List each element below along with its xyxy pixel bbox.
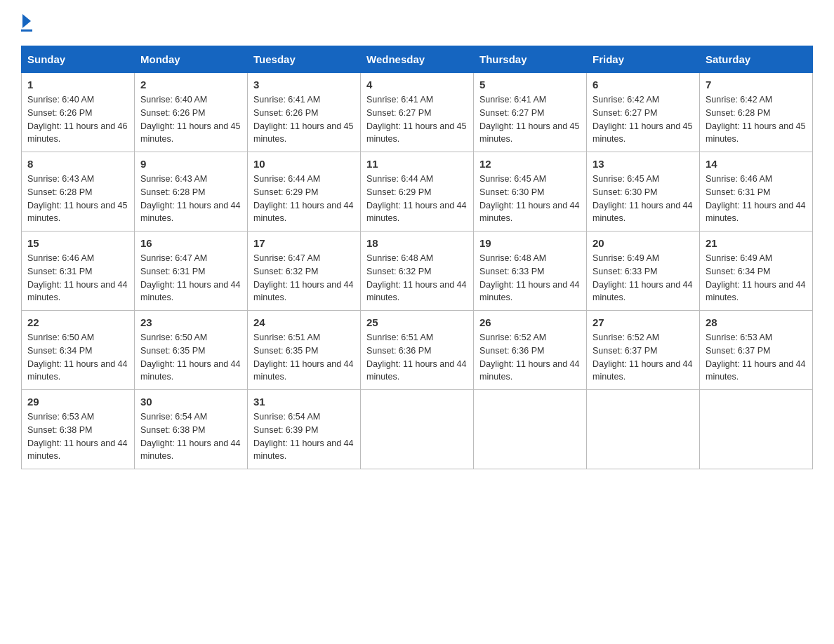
calendar-cell: 10Sunrise: 6:44 AMSunset: 6:29 PMDayligh… <box>248 152 361 232</box>
day-info: Sunrise: 6:52 AMSunset: 6:37 PMDaylight:… <box>593 331 694 384</box>
logo-underline <box>21 29 32 32</box>
day-number: 19 <box>479 237 581 249</box>
calendar-cell: 23Sunrise: 6:50 AMSunset: 6:35 PMDayligh… <box>135 311 248 390</box>
page-header <box>21 14 813 32</box>
day-number: 16 <box>140 237 241 249</box>
day-number: 27 <box>593 316 694 328</box>
calendar-cell: 5Sunrise: 6:41 AMSunset: 6:27 PMDaylight… <box>474 73 587 152</box>
day-info: Sunrise: 6:44 AMSunset: 6:29 PMDaylight:… <box>253 173 355 225</box>
day-number: 26 <box>479 316 581 328</box>
calendar-cell: 15Sunrise: 6:46 AMSunset: 6:31 PMDayligh… <box>22 232 135 311</box>
calendar-cell: 12Sunrise: 6:45 AMSunset: 6:30 PMDayligh… <box>474 152 587 232</box>
day-number: 8 <box>27 158 128 170</box>
calendar-cell: 20Sunrise: 6:49 AMSunset: 6:33 PMDayligh… <box>587 232 700 311</box>
header-cell-monday: Monday <box>135 46 248 73</box>
header-row: SundayMondayTuesdayWednesdayThursdayFrid… <box>22 46 813 73</box>
header-cell-tuesday: Tuesday <box>248 46 361 73</box>
calendar-cell: 7Sunrise: 6:42 AMSunset: 6:28 PMDaylight… <box>700 73 813 152</box>
day-number: 5 <box>479 79 581 90</box>
calendar-cell: 18Sunrise: 6:48 AMSunset: 6:32 PMDayligh… <box>361 232 474 311</box>
calendar-cell: 28Sunrise: 6:53 AMSunset: 6:37 PMDayligh… <box>700 311 813 390</box>
day-info: Sunrise: 6:50 AMSunset: 6:34 PMDaylight:… <box>27 331 128 384</box>
day-number: 11 <box>366 158 468 170</box>
calendar-header: SundayMondayTuesdayWednesdayThursdayFrid… <box>22 46 813 73</box>
day-info: Sunrise: 6:43 AMSunset: 6:28 PMDaylight:… <box>140 173 241 225</box>
calendar-cell: 2Sunrise: 6:40 AMSunset: 6:26 PMDaylight… <box>135 73 248 152</box>
calendar-table: SundayMondayTuesdayWednesdayThursdayFrid… <box>21 46 813 469</box>
day-info: Sunrise: 6:49 AMSunset: 6:34 PMDaylight:… <box>706 252 807 304</box>
day-info: Sunrise: 6:47 AMSunset: 6:31 PMDaylight:… <box>140 252 241 304</box>
day-info: Sunrise: 6:43 AMSunset: 6:28 PMDaylight:… <box>27 173 128 225</box>
calendar-cell: 27Sunrise: 6:52 AMSunset: 6:37 PMDayligh… <box>587 311 700 390</box>
day-number: 14 <box>706 158 807 170</box>
calendar-cell: 29Sunrise: 6:53 AMSunset: 6:38 PMDayligh… <box>22 390 135 469</box>
day-number: 9 <box>140 158 241 170</box>
calendar-cell <box>587 390 700 469</box>
day-number: 17 <box>253 237 355 249</box>
day-number: 28 <box>706 316 807 328</box>
day-number: 29 <box>27 396 128 408</box>
week-row-1: 1Sunrise: 6:40 AMSunset: 6:26 PMDaylight… <box>22 73 813 152</box>
day-info: Sunrise: 6:52 AMSunset: 6:36 PMDaylight:… <box>479 331 581 384</box>
day-number: 1 <box>27 79 128 90</box>
calendar-cell: 31Sunrise: 6:54 AMSunset: 6:39 PMDayligh… <box>248 390 361 469</box>
day-info: Sunrise: 6:51 AMSunset: 6:35 PMDaylight:… <box>253 331 355 384</box>
header-cell-wednesday: Wednesday <box>361 46 474 73</box>
day-number: 24 <box>253 316 355 328</box>
calendar-cell <box>700 390 813 469</box>
calendar-cell: 8Sunrise: 6:43 AMSunset: 6:28 PMDaylight… <box>22 152 135 232</box>
day-info: Sunrise: 6:46 AMSunset: 6:31 PMDaylight:… <box>706 173 807 225</box>
day-number: 31 <box>253 396 355 408</box>
calendar-cell: 3Sunrise: 6:41 AMSunset: 6:26 PMDaylight… <box>248 73 361 152</box>
day-number: 4 <box>366 79 468 90</box>
day-info: Sunrise: 6:54 AMSunset: 6:39 PMDaylight:… <box>253 410 355 463</box>
calendar-cell: 14Sunrise: 6:46 AMSunset: 6:31 PMDayligh… <box>700 152 813 232</box>
day-number: 10 <box>253 158 355 170</box>
day-info: Sunrise: 6:40 AMSunset: 6:26 PMDaylight:… <box>140 93 241 146</box>
header-cell-saturday: Saturday <box>700 46 813 73</box>
day-number: 7 <box>706 79 807 90</box>
logo-triangle-icon <box>22 14 31 28</box>
week-row-4: 22Sunrise: 6:50 AMSunset: 6:34 PMDayligh… <box>22 311 813 390</box>
calendar-cell: 4Sunrise: 6:41 AMSunset: 6:27 PMDaylight… <box>361 73 474 152</box>
day-number: 6 <box>593 79 694 90</box>
calendar-cell <box>474 390 587 469</box>
day-number: 23 <box>140 316 241 328</box>
day-info: Sunrise: 6:48 AMSunset: 6:32 PMDaylight:… <box>366 252 468 304</box>
day-number: 13 <box>593 158 694 170</box>
calendar-cell: 30Sunrise: 6:54 AMSunset: 6:38 PMDayligh… <box>135 390 248 469</box>
week-row-2: 8Sunrise: 6:43 AMSunset: 6:28 PMDaylight… <box>22 152 813 232</box>
day-info: Sunrise: 6:47 AMSunset: 6:32 PMDaylight:… <box>253 252 355 304</box>
day-number: 22 <box>27 316 128 328</box>
calendar-cell: 9Sunrise: 6:43 AMSunset: 6:28 PMDaylight… <box>135 152 248 232</box>
calendar-cell: 25Sunrise: 6:51 AMSunset: 6:36 PMDayligh… <box>361 311 474 390</box>
logo-text <box>21 14 32 28</box>
header-cell-friday: Friday <box>587 46 700 73</box>
day-info: Sunrise: 6:46 AMSunset: 6:31 PMDaylight:… <box>27 252 128 304</box>
calendar-body: 1Sunrise: 6:40 AMSunset: 6:26 PMDaylight… <box>22 73 813 469</box>
calendar-cell: 1Sunrise: 6:40 AMSunset: 6:26 PMDaylight… <box>22 73 135 152</box>
day-info: Sunrise: 6:45 AMSunset: 6:30 PMDaylight:… <box>479 173 581 225</box>
day-info: Sunrise: 6:44 AMSunset: 6:29 PMDaylight:… <box>366 173 468 225</box>
header-cell-thursday: Thursday <box>474 46 587 73</box>
calendar-cell: 22Sunrise: 6:50 AMSunset: 6:34 PMDayligh… <box>22 311 135 390</box>
day-number: 15 <box>27 237 128 249</box>
week-row-5: 29Sunrise: 6:53 AMSunset: 6:38 PMDayligh… <box>22 390 813 469</box>
day-number: 21 <box>706 237 807 249</box>
day-info: Sunrise: 6:40 AMSunset: 6:26 PMDaylight:… <box>27 93 128 146</box>
day-info: Sunrise: 6:48 AMSunset: 6:33 PMDaylight:… <box>479 252 581 304</box>
day-info: Sunrise: 6:41 AMSunset: 6:27 PMDaylight:… <box>366 93 468 146</box>
day-info: Sunrise: 6:42 AMSunset: 6:28 PMDaylight:… <box>706 93 807 146</box>
header-cell-sunday: Sunday <box>22 46 135 73</box>
day-info: Sunrise: 6:41 AMSunset: 6:26 PMDaylight:… <box>253 93 355 146</box>
day-info: Sunrise: 6:50 AMSunset: 6:35 PMDaylight:… <box>140 331 241 384</box>
calendar-cell: 19Sunrise: 6:48 AMSunset: 6:33 PMDayligh… <box>474 232 587 311</box>
day-number: 18 <box>366 237 468 249</box>
day-number: 12 <box>479 158 581 170</box>
day-info: Sunrise: 6:41 AMSunset: 6:27 PMDaylight:… <box>479 93 581 146</box>
day-info: Sunrise: 6:49 AMSunset: 6:33 PMDaylight:… <box>593 252 694 304</box>
day-number: 3 <box>253 79 355 90</box>
day-info: Sunrise: 6:51 AMSunset: 6:36 PMDaylight:… <box>366 331 468 384</box>
calendar-cell: 13Sunrise: 6:45 AMSunset: 6:30 PMDayligh… <box>587 152 700 232</box>
calendar-cell: 11Sunrise: 6:44 AMSunset: 6:29 PMDayligh… <box>361 152 474 232</box>
